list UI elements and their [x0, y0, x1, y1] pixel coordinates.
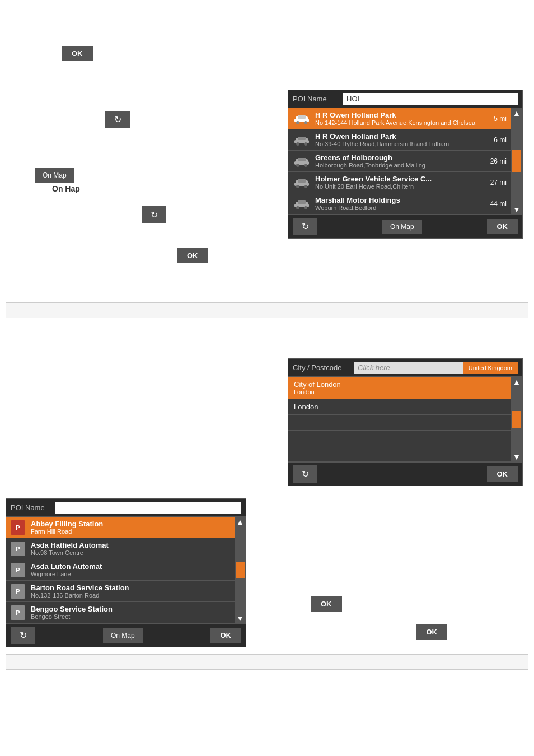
- poi-bottom-header: POI Name: [6, 499, 246, 517]
- poi-item-addr: Holborough Road,Tonbridge and Malling: [315, 162, 486, 169]
- bottom-ok-2-area: OK: [416, 624, 448, 640]
- bottom-ok-1-area: OK: [311, 596, 342, 612]
- poi-on-map-button[interactable]: On Map: [382, 220, 422, 234]
- poi-item-text: Holmer Green Vehicle Service C... No Uni…: [315, 175, 486, 190]
- poi-item-text: H R Owen Holland Park No.142-144 Holland…: [315, 111, 489, 126]
- section-bar-1: [6, 302, 528, 318]
- poi-bottom-scrollbar[interactable]: ▲ ▼: [235, 517, 246, 623]
- svg-rect-14: [298, 158, 306, 161]
- poi-bottom-back-button[interactable]: ↻: [11, 627, 35, 644]
- back-button-1-area: ↻: [105, 111, 130, 128]
- poi-bottom-item-name: Bengoo Service Station: [31, 605, 230, 613]
- poi-item-name: Holmer Green Vehicle Service C...: [315, 175, 486, 183]
- city-item-sub: London: [294, 389, 505, 395]
- poi-bottom-item-text: Bengoo Service Station Bengeo Street: [31, 605, 230, 620]
- poi-item-dist: 26 mi: [490, 157, 507, 165]
- city-scroll-down[interactable]: ▼: [513, 453, 521, 461]
- car-icon-1: [293, 111, 311, 126]
- tl-ok-button-area: OK: [62, 46, 93, 61]
- svg-rect-24: [298, 200, 306, 204]
- svg-point-8: [304, 142, 307, 146]
- svg-rect-9: [298, 137, 306, 140]
- poi-item[interactable]: H R Owen Holland Park No.142-144 Holland…: [288, 108, 511, 129]
- car-icon-4: [293, 175, 311, 190]
- poi-bottom-on-map-button[interactable]: On Map: [103, 628, 143, 643]
- poi-bottom-item-text: Abbey Filling Station Farm Hill Road: [31, 520, 230, 535]
- scroll-thumb[interactable]: [512, 150, 521, 172]
- back-button-2[interactable]: ↻: [142, 206, 166, 223]
- scroll-up-arrow[interactable]: ▲: [513, 109, 521, 117]
- poi-search-input[interactable]: [343, 93, 518, 105]
- poi-item[interactable]: Greens of Holborough Holborough Road,Ton…: [288, 151, 511, 172]
- poi-bottom-item-name: Abbey Filling Station: [31, 520, 230, 528]
- back-button-2-area: ↻: [142, 206, 166, 223]
- svg-point-12: [296, 164, 299, 167]
- poi-bottom-item[interactable]: P Asda Hatfield Automat No.98 Town Centr…: [6, 538, 235, 559]
- scroll-down-arrow[interactable]: ▼: [513, 206, 521, 213]
- poi-panel-footer: ↻ On Map OK: [288, 214, 522, 238]
- poi-bottom-scroll-up[interactable]: ▲: [236, 518, 244, 526]
- poi-bottom-item[interactable]: P Bengoo Service Station Bengeo Street: [6, 602, 235, 623]
- city-item[interactable]: London: [288, 399, 511, 415]
- city-ok-button[interactable]: OK: [487, 466, 518, 482]
- poi-bottom-scroll-down[interactable]: ▼: [236, 614, 244, 622]
- svg-point-22: [296, 206, 299, 209]
- svg-point-17: [296, 185, 299, 188]
- poi-back-button[interactable]: ↻: [293, 218, 317, 235]
- poi-bottom-item-text: Asda Luton Automat Wigmore Lane: [31, 562, 230, 577]
- top-divider: [6, 34, 528, 34]
- on-map-button-1[interactable]: On Map: [35, 168, 74, 183]
- poi-item-text: Marshall Motor Holdings Woburn Road,Bedf…: [315, 196, 486, 211]
- svg-point-13: [304, 164, 307, 167]
- poi-item-dist: 27 mi: [490, 179, 507, 186]
- bottom-ok-button-2[interactable]: OK: [416, 624, 448, 640]
- svg-point-2: [296, 121, 299, 124]
- city-scrollbar[interactable]: ▲ ▼: [511, 377, 522, 462]
- poi-bottom-item[interactable]: P Abbey Filling Station Farm Hill Road: [6, 517, 235, 538]
- gas-icon-2: P: [11, 542, 26, 556]
- poi-bottom-item-addr: No.132-136 Barton Road: [31, 592, 230, 599]
- poi-item-dist: 44 mi: [490, 200, 507, 208]
- poi-list: H R Owen Holland Park No.142-144 Holland…: [288, 108, 522, 214]
- poi-item[interactable]: Holmer Green Vehicle Service C... No Uni…: [288, 172, 511, 193]
- poi-bottom-item[interactable]: P Barton Road Service Station No.132-136…: [6, 581, 235, 602]
- city-item[interactable]: City of London London: [288, 377, 511, 399]
- poi-bottom-search-input[interactable]: [55, 502, 241, 514]
- poi-bottom-item-addr: Wigmore Lane: [31, 571, 230, 577]
- ok-button-1[interactable]: OK: [62, 46, 93, 61]
- poi-item-addr: No.142-144 Holland Park Avenue,Kensingto…: [315, 119, 489, 126]
- country-button[interactable]: United Kingdom: [463, 362, 518, 374]
- poi-item-name: H R Owen Holland Park: [315, 111, 489, 119]
- poi-bottom-item-addr: Farm Hill Road: [31, 528, 230, 535]
- city-back-button[interactable]: ↻: [293, 465, 317, 483]
- city-scroll-up[interactable]: ▲: [513, 378, 521, 386]
- poi-ok-button[interactable]: OK: [487, 219, 518, 234]
- poi-bottom-scroll-thumb[interactable]: [236, 562, 245, 578]
- city-search-input[interactable]: Click here: [354, 362, 463, 374]
- poi-bottom-item[interactable]: P Asda Luton Automat Wigmore Lane: [6, 559, 235, 581]
- city-item-empty-2: [288, 431, 511, 446]
- back-button-1[interactable]: ↻: [105, 111, 130, 128]
- svg-point-3: [304, 121, 307, 124]
- svg-point-23: [304, 206, 307, 209]
- on-map-button-area: On Map: [35, 168, 74, 183]
- poi-item[interactable]: H R Owen Holland Park No.39-40 Hythe Roa…: [288, 129, 511, 151]
- poi-bottom-footer: ↻ On Map OK: [6, 623, 246, 647]
- ok-button-2-area: OK: [177, 248, 208, 263]
- poi-bottom-item-addr: Bengeo Street: [31, 613, 230, 620]
- poi-item-name: Greens of Holborough: [315, 153, 486, 162]
- poi-item[interactable]: Marshall Motor Holdings Woburn Road,Bedf…: [288, 193, 511, 214]
- poi-bottom-ok-button[interactable]: OK: [210, 628, 242, 643]
- poi-item-dist: 6 mi: [494, 136, 507, 144]
- poi-scrollbar[interactable]: ▲ ▼: [511, 108, 522, 214]
- on-hap-label: On Hap: [52, 184, 80, 193]
- poi-bottom-item-name: Asda Luton Automat: [31, 562, 230, 571]
- city-scroll-thumb[interactable]: [512, 411, 521, 428]
- poi-header-label: POI Name: [293, 95, 338, 103]
- bottom-ok-button-1[interactable]: OK: [311, 596, 342, 612]
- poi-bottom-item-text: Barton Road Service Station No.132-136 B…: [31, 584, 230, 599]
- poi-item-name: H R Owen Holland Park: [315, 132, 489, 141]
- ok-button-2[interactable]: OK: [177, 248, 208, 263]
- poi-bottom-item-text: Asda Hatfield Automat No.98 Town Centre: [31, 541, 230, 556]
- car-icon-3: [293, 154, 311, 169]
